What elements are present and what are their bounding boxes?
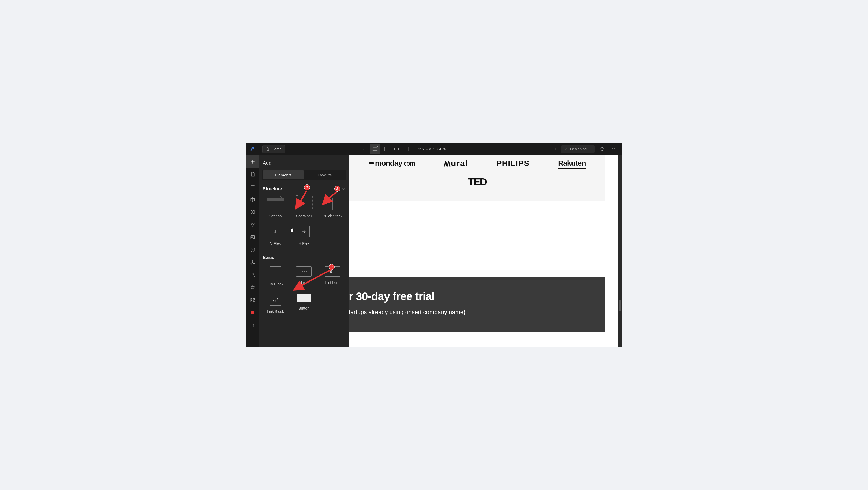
assets-tool[interactable] (246, 231, 259, 244)
logo-philips: PHILIPS (496, 159, 529, 168)
element-quick-stack[interactable]: Quick Stack (319, 194, 346, 221)
element-div-block[interactable]: Div Block (262, 263, 289, 289)
mobile-breakpoint[interactable] (402, 144, 412, 154)
canvas[interactable]: ••• monday.com ʍural PHILIPS Rakuten TED… (349, 155, 622, 347)
cta-section: r 30-day free trial tartups already usin… (349, 277, 606, 332)
svg-point-17 (366, 148, 367, 149)
panel-tabs: Elements Layouts (262, 170, 346, 180)
more-menu[interactable] (360, 144, 370, 154)
navigator-tool[interactable] (246, 181, 259, 193)
sync-button[interactable] (597, 144, 607, 154)
logo-monday: ••• monday.com (368, 159, 415, 168)
left-rail (246, 143, 259, 347)
landscape-breakpoint[interactable] (391, 144, 402, 154)
page-label: Home (272, 147, 282, 151)
pages-tool[interactable] (246, 168, 259, 181)
svg-rect-11 (253, 298, 254, 300)
structure-section-header[interactable]: Structure (262, 185, 346, 194)
styles-tool[interactable] (246, 219, 259, 231)
svg-rect-20 (395, 148, 399, 150)
cta-subtitle: tartups already using {insert company na… (349, 309, 589, 316)
element-link-block[interactable]: Link Block (262, 290, 289, 316)
logo-ted: TED (468, 176, 487, 188)
chevron-down-icon (342, 256, 345, 259)
element-h-flex[interactable]: H Flex (290, 222, 317, 248)
svg-rect-10 (251, 298, 252, 300)
chevron-down-icon (342, 188, 345, 191)
svg-point-16 (365, 148, 365, 149)
add-panel: Add Elements Layouts Structure ? Section… (259, 155, 349, 347)
svg-point-14 (251, 323, 253, 326)
users-tool[interactable] (246, 269, 259, 282)
section-divider (349, 239, 622, 239)
svg-point-2 (252, 225, 253, 226)
element-button[interactable]: Button (290, 290, 317, 316)
svg-rect-18 (373, 147, 377, 150)
webflow-logo[interactable] (246, 143, 259, 155)
svg-rect-19 (384, 147, 387, 151)
cta-title: r 30-day free trial (349, 290, 589, 303)
svg-point-6 (252, 261, 253, 261)
svg-point-8 (253, 263, 254, 264)
panel-title: Add (262, 158, 346, 170)
tablet-breakpoint[interactable] (380, 144, 391, 154)
svg-point-1 (253, 223, 254, 224)
page-selector[interactable]: Home (262, 145, 285, 153)
audit-tool[interactable] (246, 307, 259, 319)
cms-tool[interactable] (246, 244, 259, 256)
svg-point-15 (363, 148, 364, 149)
element-list-item[interactable]: List Item (319, 263, 346, 289)
changes-count: 1 (555, 147, 557, 151)
svg-point-0 (251, 223, 252, 224)
element-list[interactable]: List (290, 263, 317, 289)
svg-rect-13 (251, 312, 254, 314)
element-container[interactable]: Container (290, 194, 317, 221)
logo-mural: ʍural (444, 158, 468, 168)
apps-tool[interactable] (246, 294, 259, 307)
app-frame: Home * 992 PX 99.4 % 1 Designing (246, 143, 622, 347)
svg-point-9 (252, 273, 254, 275)
top-bar: Home * 992 PX 99.4 % 1 Designing (259, 143, 622, 155)
tab-layouts[interactable]: Layouts (304, 171, 346, 179)
variables-tool[interactable] (246, 206, 259, 219)
viewport-info: 992 PX 99.4 % (418, 147, 446, 151)
element-v-flex[interactable]: V Flex (262, 222, 289, 248)
ecommerce-tool[interactable] (246, 282, 259, 294)
logic-tool[interactable] (246, 256, 259, 269)
element-section[interactable]: ? Section (262, 194, 289, 221)
svg-rect-12 (251, 301, 252, 302)
svg-point-5 (251, 248, 254, 249)
logos-section: ••• monday.com ʍural PHILIPS Rakuten TED (349, 155, 606, 201)
components-tool[interactable] (246, 193, 259, 206)
add-tool[interactable] (246, 155, 259, 168)
svg-point-7 (251, 263, 252, 264)
desktop-breakpoint[interactable]: * (370, 144, 380, 154)
mode-switcher[interactable]: Designing (561, 145, 595, 153)
basic-section-header[interactable]: Basic (262, 254, 346, 263)
logo-rakuten: Rakuten (558, 159, 586, 168)
tab-elements[interactable]: Elements (262, 171, 304, 179)
code-export-button[interactable] (609, 144, 618, 154)
scrollbar[interactable] (618, 155, 622, 347)
svg-rect-21 (406, 147, 408, 151)
search-tool[interactable] (246, 319, 259, 332)
